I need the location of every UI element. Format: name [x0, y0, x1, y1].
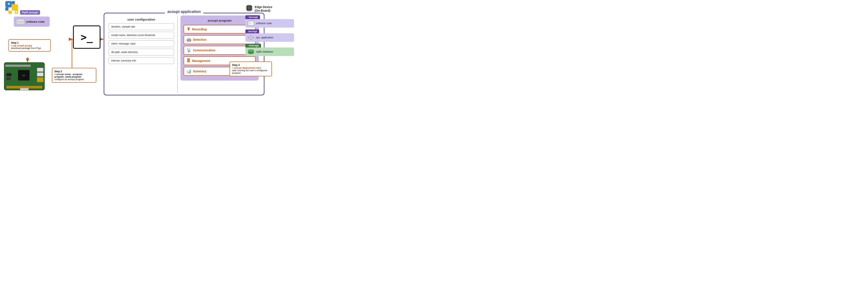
svg-rect-38 [252, 8, 253, 8]
edge-device-header: Edge Device(On-Board) [245, 4, 294, 14]
management-icon: 🗄 [187, 58, 190, 63]
recording-icon: 🎙 [187, 27, 190, 31]
management-label: Management [192, 59, 210, 62]
config-item-0: duration, sample rate [108, 23, 174, 30]
folder-acoupi: ~/acoupi software code [245, 15, 294, 28]
acoupi-sysapp-label: sys. application [256, 36, 273, 39]
folder-acoupi2-title: ./acoupi [245, 29, 259, 33]
svg-rect-56 [253, 37, 254, 38]
svg-rect-42 [250, 5, 251, 5]
edge-device-title: Edge Device(On-Board) [255, 5, 272, 12]
summary-label: Summary [193, 70, 207, 73]
folder-storage-title: ~/storage [245, 44, 261, 48]
svg-point-52 [250, 37, 251, 38]
svg-rect-29 [6, 73, 12, 76]
step1-box: Step 1 > pip install acoupi download pac… [8, 39, 51, 52]
folder-acoupi-content: software code [245, 19, 294, 28]
svg-rect-41 [249, 5, 249, 5]
svg-point-60 [248, 50, 254, 51]
detection-icon: 🤖 [187, 37, 191, 42]
svg-point-59 [248, 52, 254, 54]
svg-rect-55 [248, 37, 249, 38]
svg-rect-12 [8, 10, 12, 14]
user-config-title: user configuration [108, 18, 174, 21]
communication-label: Communication [193, 49, 215, 52]
recording-label: Recording [192, 28, 207, 31]
svg-rect-39 [252, 9, 253, 9]
database-icon [248, 49, 254, 54]
svg-rect-28 [5, 65, 31, 67]
code-icon-pypi: code [16, 19, 24, 25]
chip-icon [245, 4, 253, 14]
pypi-label: PyPi acoupi [20, 10, 40, 15]
svg-rect-30 [6, 77, 10, 80]
svg-point-15 [16, 11, 17, 13]
diagram-container: PyPi acoupi code software code Step 1 > … [0, 0, 296, 102]
step2-desc: configure an acoupi program [54, 78, 94, 81]
program-item-communication: 📡 Communication [184, 46, 255, 55]
communication-icon: 📡 [187, 48, 191, 53]
step3-box: Step 3 > acoupi deployment start start r… [229, 61, 272, 76]
pypi-software-code-box: code software code [14, 17, 50, 27]
svg-rect-24 [37, 73, 43, 76]
svg-rect-25 [37, 77, 43, 82]
svg-rect-31 [20, 88, 29, 90]
step1-desc: download package from Pypi [11, 47, 48, 49]
step1-title: Step 1 [11, 41, 48, 44]
svg-rect-43 [248, 10, 248, 11]
step2-title: Step 2 [54, 70, 94, 73]
acoupi-app-title: acoupi application [165, 9, 203, 14]
svg-rect-44 [249, 10, 249, 11]
terminal-box: >_ [73, 25, 100, 49]
acoupi-app-box: acoupi application user configuration du… [104, 13, 265, 96]
acoupi-software-label: software code [256, 22, 272, 25]
svg-rect-53 [250, 35, 251, 36]
edge-device-section: Edge Device(On-Board) ~/acoupi software … [245, 4, 294, 56]
step1-cmd: > pip install acoupi [11, 44, 48, 47]
gear-icon-acoupi [248, 35, 254, 40]
raspi-image: CPU [3, 61, 45, 91]
user-config-col: user configuration duration, sample rate… [108, 18, 174, 66]
svg-rect-23 [37, 68, 43, 72]
folder-storage: ~/storage sqlite database [245, 44, 294, 56]
svg-rect-34 [246, 6, 247, 7]
storage-db-label: sqlite database [256, 50, 273, 53]
step3-title: Step 3 [232, 63, 269, 66]
svg-text:CPU: CPU [22, 75, 25, 77]
svg-rect-33 [248, 6, 251, 10]
svg-rect-10 [5, 7, 8, 10]
config-item-2: client, message, topic [108, 40, 174, 47]
svg-rect-35 [246, 8, 247, 8]
program-item-recording: 🎙 Recording [184, 25, 255, 33]
svg-rect-37 [252, 6, 253, 7]
svg-rect-40 [248, 5, 248, 5]
svg-rect-45 [250, 10, 251, 11]
detection-label: Detection [193, 38, 207, 41]
summary-icon: 📊 [187, 69, 191, 74]
step3-desc: start running the user's configured prog… [232, 69, 269, 74]
terminal-prompt: >_ [81, 32, 93, 42]
folder-acoupi2: ./acoupi sys. application [245, 29, 294, 42]
acoupi-program-title: acoupi program [184, 19, 255, 22]
step2-italic: program_name.program [54, 76, 94, 78]
step2-cmd: > acoupi setup --program [54, 73, 94, 76]
folder-storage-content: sqlite database [245, 48, 294, 56]
divider [177, 17, 178, 93]
config-item-3: db path, audio directory [108, 49, 174, 56]
svg-point-14 [8, 3, 10, 5]
folder-acoupi-title: ~/acoupi [245, 15, 260, 19]
svg-rect-9 [12, 1, 15, 4]
program-item-detection: 🤖 Detection [184, 35, 255, 44]
svg-rect-36 [246, 9, 247, 9]
step2-box: Step 2 > acoupi setup --program program_… [52, 68, 96, 83]
folder-acoupi2-content: sys. application [245, 33, 294, 42]
svg-rect-54 [250, 39, 251, 39]
step3-cmd: > acoupi deployment start [232, 66, 269, 69]
svg-rect-11 [12, 4, 18, 10]
code-icon-acoupi [248, 21, 254, 26]
config-item-4: interval, summary info [108, 57, 174, 64]
svg-rect-46 [248, 21, 254, 26]
software-code-label-pypi: software code [26, 20, 44, 23]
python-logo [4, 0, 21, 17]
config-item-1: model name, detection score threshold [108, 32, 174, 38]
